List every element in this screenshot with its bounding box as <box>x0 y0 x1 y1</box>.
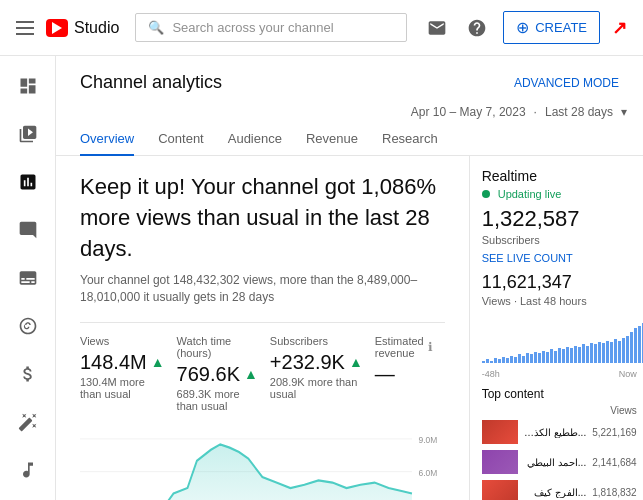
stat-revenue: Estimated revenue ℹ — <box>375 335 445 412</box>
help-icon[interactable] <box>463 14 491 42</box>
mini-bar <box>550 349 553 363</box>
stat-watchtime-value: 769.6K ▲ <box>177 363 258 386</box>
realtime-title: Realtime <box>482 168 637 184</box>
views-chart: 9.0M 6.0M 3.0M <box>80 428 445 500</box>
content-name-1: ...ططيع الكذاب <box>524 427 587 438</box>
stat-revenue-value: — <box>375 363 433 386</box>
sidebar-item-analytics[interactable] <box>4 160 52 204</box>
sidebar-item-audio[interactable] <box>4 448 52 492</box>
mini-bar <box>482 361 485 364</box>
watchtime-up-icon: ▲ <box>244 366 258 382</box>
create-icon: ⊕ <box>516 18 529 37</box>
content-thumb-1 <box>482 420 518 444</box>
tab-content[interactable]: Content <box>158 123 204 156</box>
sidebar <box>0 56 56 500</box>
stat-subscribers: Subscribers +232.9K ▲ 208.9K more than u… <box>270 335 375 412</box>
mini-bar <box>590 343 593 363</box>
logo: Studio <box>46 19 119 37</box>
top-content-views-col: Views <box>610 405 637 416</box>
live-label: Updating live <box>498 188 562 200</box>
header: Studio 🔍 Search across your channel ⊕ CR… <box>0 0 643 56</box>
analytics-body: Keep it up! Your channel got 1,086% more… <box>56 156 643 500</box>
mini-bar <box>630 332 633 363</box>
tab-revenue[interactable]: Revenue <box>306 123 358 156</box>
content-thumb-3 <box>482 480 518 500</box>
stat-views-label: Views <box>80 335 165 347</box>
mini-bar <box>534 352 537 363</box>
menu-icon[interactable] <box>16 21 34 35</box>
mini-bar <box>518 354 521 363</box>
sidebar-item-copyright[interactable] <box>4 304 52 348</box>
live-status: Updating live <box>482 188 637 200</box>
sidebar-item-comments[interactable] <box>4 208 52 252</box>
search-placeholder: Search across your channel <box>172 20 333 35</box>
mini-chart-start-label: -48h <box>482 369 500 379</box>
sidebar-item-content[interactable] <box>4 112 52 156</box>
mini-bar <box>614 339 617 363</box>
sidebar-item-earn[interactable] <box>4 352 52 396</box>
notifications-icon[interactable] <box>423 14 451 42</box>
tabs-bar: Overview Content Audience Revenue Resear… <box>56 123 643 156</box>
sidebar-item-subtitles[interactable] <box>4 256 52 300</box>
content-views-1: 5,221,169 <box>592 427 637 438</box>
tab-research[interactable]: Research <box>382 123 438 156</box>
mini-bar <box>502 357 505 363</box>
mini-bar <box>618 341 621 364</box>
advanced-mode-link[interactable]: ADVANCED MODE <box>514 76 619 90</box>
live-dot-icon <box>482 190 490 198</box>
stats-row: Views 148.4M ▲ 130.4M more than usual Wa… <box>80 322 445 412</box>
chart-area: 9.0M 6.0M 3.0M Apr 1... Apr 15, 2023 Apr… <box>80 428 445 500</box>
sidebar-item-dashboard[interactable] <box>4 64 52 108</box>
logo-text: Studio <box>74 19 119 37</box>
play-icon <box>52 22 62 34</box>
realtime-views-label: Views · Last 48 hours <box>482 295 637 307</box>
tab-overview[interactable]: Overview <box>80 123 134 156</box>
stat-watchtime: Watch time (hours) 769.6K ▲ 689.3K more … <box>177 335 270 412</box>
mini-bar <box>546 352 549 363</box>
stat-watchtime-delta: 689.3K more than usual <box>177 388 258 412</box>
mini-bar <box>570 348 573 363</box>
performance-subline: Your channel got 148,432,302 views, more… <box>80 272 445 306</box>
mini-bar <box>522 356 525 364</box>
top-content-title: Top content <box>482 387 637 401</box>
mini-bar <box>578 347 581 363</box>
analytics-left-panel: Keep it up! Your channel got 1,086% more… <box>56 156 469 500</box>
analytics-title: Channel analytics <box>80 72 222 93</box>
date-range-bar: Apr 10 – May 7, 2023 · Last 28 days ▾ <box>56 101 643 123</box>
search-icon: 🔍 <box>148 20 164 35</box>
mini-chart-labels: -48h Now <box>482 369 637 379</box>
list-item: ...الفرج كيف 1,818,832 <box>482 480 637 500</box>
content-area: Channel analytics ADVANCED MODE Apr 10 –… <box>56 56 643 500</box>
search-bar[interactable]: 🔍 Search across your channel <box>135 13 407 42</box>
mini-bar <box>558 348 561 363</box>
mini-bar <box>566 347 569 363</box>
stat-views-value: 148.4M ▲ <box>80 351 165 374</box>
list-item: ...ططيع الكذاب 5,221,169 <box>482 420 637 444</box>
create-button[interactable]: ⊕ CREATE <box>503 11 600 44</box>
mini-bar <box>626 336 629 364</box>
header-left: Studio <box>16 19 119 37</box>
content-views-3: 1,818,832 <box>592 487 637 498</box>
period-dropdown-icon[interactable]: ▾ <box>621 105 627 119</box>
subs-up-icon: ▲ <box>349 354 363 370</box>
realtime-mini-chart <box>482 313 637 363</box>
content-name-3: ...الفرج كيف <box>524 487 587 498</box>
mini-bar <box>574 346 577 364</box>
content-info-3: ...الفرج كيف <box>524 487 587 498</box>
mini-chart-end-label: Now <box>619 369 637 379</box>
content-views-2: 2,141,684 <box>592 457 637 468</box>
realtime-views-count: 11,621,347 <box>482 272 637 293</box>
tab-audience[interactable]: Audience <box>228 123 282 156</box>
performance-headline: Keep it up! Your channel got 1,086% more… <box>80 172 445 264</box>
stat-subs-value: +232.9K ▲ <box>270 351 363 374</box>
mini-bar <box>638 326 641 364</box>
main-layout: Channel analytics ADVANCED MODE Apr 10 –… <box>0 56 643 500</box>
sidebar-item-customize[interactable] <box>4 400 52 444</box>
top-content-header: Views <box>482 405 637 416</box>
views-up-icon: ▲ <box>151 354 165 370</box>
see-live-count-link[interactable]: SEE LIVE COUNT <box>482 252 637 264</box>
create-label: CREATE <box>535 20 587 35</box>
mini-bar <box>582 344 585 363</box>
content-info-2: ...احمد البيطي <box>524 457 587 468</box>
header-right: ⊕ CREATE ↗ <box>423 11 627 44</box>
